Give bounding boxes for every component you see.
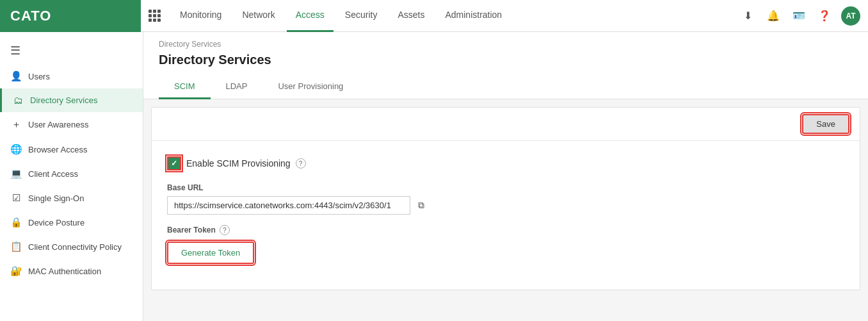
breadcrumb: Directory Services xyxy=(159,40,853,49)
tab-scim[interactable]: SCIM xyxy=(159,75,211,99)
sidebar-label-user-awareness: User Awareness xyxy=(28,120,88,129)
help-circle-icon[interactable]: ❓ xyxy=(816,7,833,25)
scim-section: Enable SCIM Provisioning ? Base URL ⧉ Be… xyxy=(152,141,860,290)
base-url-row: ⧉ xyxy=(167,196,844,215)
hamburger-menu-icon[interactable]: ☰ xyxy=(0,37,143,64)
bearer-token-help-icon[interactable]: ? xyxy=(220,225,230,235)
connectivity-icon: 📋 xyxy=(10,241,22,252)
tab-ldap[interactable]: LDAP xyxy=(211,75,263,99)
sidebar-label-client-access: Client Access xyxy=(28,169,78,179)
nav-right-icons: ⬇ 🔔 🪪 ❓ AT xyxy=(739,6,860,26)
enable-scim-row: Enable SCIM Provisioning ? xyxy=(167,156,844,170)
directory-icon: 🗂 xyxy=(12,95,24,106)
base-url-group: Base URL ⧉ xyxy=(167,183,844,215)
apps-grid-icon[interactable] xyxy=(149,10,161,22)
main-nav: Monitoring Network Access Security Asset… xyxy=(171,0,739,32)
bell-icon[interactable]: 🔔 xyxy=(764,7,782,25)
base-url-label: Base URL xyxy=(167,183,844,192)
sidebar-item-single-sign-on[interactable]: ☑ Single Sign-On xyxy=(0,186,143,210)
nav-access[interactable]: Access xyxy=(287,0,334,32)
sidebar-item-user-awareness[interactable]: ＋ User Awareness xyxy=(0,112,143,137)
sidebar-item-client-access[interactable]: 💻 Client Access xyxy=(0,161,143,186)
content-body: Save Enable SCIM Provisioning ? Base URL… xyxy=(151,107,860,290)
bearer-token-label-row: Bearer Token ? xyxy=(167,225,844,235)
sidebar-label-single-sign-on: Single Sign-On xyxy=(28,193,84,203)
sidebar-item-users[interactable]: 👤 Users xyxy=(0,64,143,88)
user-awareness-icon: ＋ xyxy=(10,119,22,131)
content-header: Directory Services Directory Services SC… xyxy=(143,32,868,99)
sso-icon: ☑ xyxy=(10,192,22,204)
tab-group: SCIM LDAP User Provisioning xyxy=(159,75,853,99)
sidebar-item-mac-authentication[interactable]: 🔐 MAC Authentication xyxy=(0,259,143,283)
sidebar-label-client-connectivity-policy: Client Connectivity Policy xyxy=(28,242,122,252)
sidebar-label-mac-authentication: MAC Authentication xyxy=(28,267,101,276)
sidebar-label-browser-access: Browser Access xyxy=(28,145,87,154)
enable-scim-help-icon[interactable]: ? xyxy=(296,158,306,169)
enable-scim-label: Enable SCIM Provisioning xyxy=(186,158,291,169)
client-access-icon: 💻 xyxy=(10,168,22,179)
page-layout: ☰ 👤 Users 🗂 Directory Services ＋ User Aw… xyxy=(0,32,868,321)
nav-security[interactable]: Security xyxy=(336,0,387,32)
enable-scim-checkbox[interactable] xyxy=(168,158,180,169)
nav-network[interactable]: Network xyxy=(233,0,284,32)
save-button[interactable]: Save xyxy=(802,114,849,134)
sidebar-label-directory-services: Directory Services xyxy=(30,95,97,105)
main-content: Directory Services Directory Services SC… xyxy=(143,32,868,321)
tab-user-provisioning[interactable]: User Provisioning xyxy=(262,75,358,99)
sidebar-item-device-posture[interactable]: 🔒 Device Posture xyxy=(0,210,143,235)
sidebar-label-users: Users xyxy=(28,72,50,81)
user-avatar[interactable]: AT xyxy=(841,6,860,26)
sidebar-item-directory-services[interactable]: 🗂 Directory Services xyxy=(0,88,143,112)
copy-icon[interactable]: ⧉ xyxy=(415,197,427,213)
download-icon[interactable]: ⬇ xyxy=(739,7,757,25)
content-toolbar: Save xyxy=(152,108,860,141)
sidebar-item-client-connectivity-policy[interactable]: 📋 Client Connectivity Policy xyxy=(0,235,143,259)
base-url-input[interactable] xyxy=(167,196,410,215)
browser-icon: 🌐 xyxy=(10,144,22,155)
enable-scim-checkbox-container xyxy=(167,156,181,170)
nav-monitoring[interactable]: Monitoring xyxy=(171,0,230,32)
generate-token-button[interactable]: Generate Token xyxy=(167,242,254,264)
page-title: Directory Services xyxy=(159,53,853,67)
nav-administration[interactable]: Administration xyxy=(436,0,511,32)
mac-auth-icon: 🔐 xyxy=(10,265,22,277)
logo: CATO xyxy=(0,0,141,32)
sidebar: ☰ 👤 Users 🗂 Directory Services ＋ User Aw… xyxy=(0,32,143,321)
bearer-token-group: Bearer Token ? Generate Token xyxy=(167,225,844,264)
logo-text: CATO xyxy=(10,8,51,24)
nav-assets[interactable]: Assets xyxy=(389,0,433,32)
user-icon: 👤 xyxy=(10,70,22,82)
top-navigation: CATO Monitoring Network Access Security … xyxy=(0,0,868,32)
sidebar-label-device-posture: Device Posture xyxy=(28,218,84,227)
bearer-token-label: Bearer Token xyxy=(167,226,216,235)
sidebar-item-browser-access[interactable]: 🌐 Browser Access xyxy=(0,137,143,161)
card-icon[interactable]: 🪪 xyxy=(790,7,808,25)
device-posture-icon: 🔒 xyxy=(10,217,22,228)
